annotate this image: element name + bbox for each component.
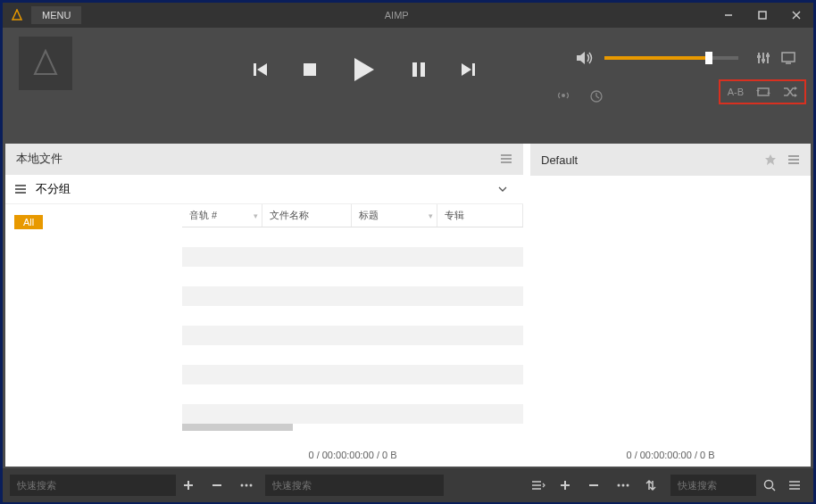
svg-point-33 bbox=[241, 484, 244, 487]
stop-button[interactable] bbox=[303, 62, 317, 77]
column-title[interactable]: 标题▾ bbox=[352, 204, 437, 227]
playlist-add-button[interactable] bbox=[560, 480, 578, 491]
group-dropdown[interactable]: 不分组 bbox=[36, 181, 514, 197]
display-icon[interactable] bbox=[781, 52, 795, 64]
search-button[interactable] bbox=[763, 479, 781, 492]
repeat-button[interactable] bbox=[756, 87, 770, 97]
svg-rect-5 bbox=[304, 63, 316, 76]
star-icon[interactable] bbox=[764, 153, 777, 166]
add-button[interactable] bbox=[183, 480, 201, 491]
svg-rect-4 bbox=[254, 63, 256, 76]
svg-line-46 bbox=[772, 488, 775, 491]
volume-icon[interactable] bbox=[576, 50, 594, 66]
filter-sidebar: All bbox=[5, 204, 182, 467]
table-row bbox=[182, 247, 523, 267]
previous-button[interactable] bbox=[253, 62, 269, 78]
menu-icon[interactable] bbox=[788, 480, 806, 491]
table-row bbox=[182, 286, 523, 306]
radio-icon[interactable] bbox=[556, 90, 570, 103]
sort-indicator-icon: ▾ bbox=[429, 211, 433, 220]
table-row bbox=[182, 345, 523, 365]
svg-point-44 bbox=[627, 484, 629, 487]
local-files-panel: 本地文件 不分组 All bbox=[5, 144, 523, 467]
remove-button[interactable] bbox=[212, 480, 229, 491]
app-logo-icon bbox=[8, 6, 26, 24]
more-button[interactable] bbox=[240, 483, 258, 487]
playlist-panel: Default 0 / 00:00:00:00 / 0 B bbox=[530, 144, 811, 467]
playlist-menu-icon[interactable] bbox=[787, 154, 800, 165]
chevron-down-icon bbox=[498, 186, 507, 192]
svg-point-42 bbox=[618, 484, 620, 487]
menu-button[interactable]: MENU bbox=[31, 6, 81, 24]
group-menu-icon[interactable] bbox=[14, 184, 27, 194]
svg-rect-7 bbox=[420, 62, 425, 77]
clock-icon[interactable] bbox=[590, 90, 603, 103]
shuffle-button[interactable] bbox=[783, 86, 797, 98]
list-options-button[interactable] bbox=[531, 480, 549, 491]
playlist-more-button[interactable] bbox=[617, 483, 635, 487]
svg-rect-1 bbox=[759, 12, 766, 19]
playback-modes-highlight: A-B bbox=[719, 79, 806, 104]
column-album[interactable]: 专辑 bbox=[437, 204, 523, 227]
table-row bbox=[182, 326, 523, 345]
svg-point-34 bbox=[246, 484, 248, 487]
table-row bbox=[182, 365, 523, 384]
table-row bbox=[182, 404, 523, 424]
svg-point-43 bbox=[622, 484, 625, 487]
local-files-label: 本地文件 bbox=[16, 151, 62, 167]
svg-point-35 bbox=[250, 484, 253, 487]
close-button[interactable] bbox=[779, 3, 813, 28]
titlebar: MENU AIMP bbox=[3, 3, 813, 28]
equalizer-icon[interactable] bbox=[756, 51, 770, 65]
svg-rect-6 bbox=[412, 62, 417, 77]
sort-indicator-icon: ▾ bbox=[254, 211, 258, 220]
all-filter-chip[interactable]: All bbox=[14, 215, 43, 229]
right-status: 0 / 00:00:00:00 / 0 B bbox=[530, 443, 811, 467]
svg-point-45 bbox=[765, 481, 773, 489]
svg-rect-12 bbox=[757, 55, 761, 58]
middle-search-input[interactable] bbox=[265, 475, 444, 496]
left-status: 0 / 00:00:00:00 / 0 B bbox=[182, 443, 523, 467]
maximize-button[interactable] bbox=[745, 3, 779, 28]
playlist-tab[interactable]: Default bbox=[530, 144, 811, 176]
column-track[interactable]: 音轨 #▾ bbox=[182, 204, 262, 227]
right-search-input[interactable] bbox=[670, 475, 756, 496]
sort-button[interactable] bbox=[645, 479, 663, 492]
table-body bbox=[182, 227, 523, 443]
table-row bbox=[182, 306, 523, 326]
svg-rect-14 bbox=[766, 54, 770, 57]
table-row bbox=[182, 227, 523, 247]
svg-rect-8 bbox=[472, 63, 475, 76]
local-files-tab[interactable]: 本地文件 bbox=[5, 144, 523, 175]
album-art bbox=[19, 37, 72, 90]
playlist-remove-button[interactable] bbox=[588, 480, 606, 491]
column-filename[interactable]: 文件名称 bbox=[262, 204, 352, 227]
svg-line-20 bbox=[596, 96, 599, 98]
svg-point-17 bbox=[562, 94, 565, 97]
svg-rect-13 bbox=[762, 59, 765, 62]
volume-slider[interactable] bbox=[604, 56, 738, 60]
tracks-table: 音轨 #▾ 文件名称 标题▾ 专辑 bbox=[182, 204, 523, 467]
table-row bbox=[182, 384, 523, 404]
player-area: A-B bbox=[3, 28, 813, 135]
pause-button[interactable] bbox=[412, 62, 426, 78]
table-row bbox=[182, 267, 523, 286]
horizontal-scrollbar[interactable] bbox=[182, 424, 293, 431]
ab-repeat-button[interactable]: A-B bbox=[728, 87, 744, 97]
left-search-input[interactable] bbox=[10, 475, 176, 496]
app-title: AIMP bbox=[81, 10, 712, 21]
svg-rect-15 bbox=[782, 53, 795, 62]
play-button[interactable] bbox=[351, 56, 378, 83]
bottom-bar bbox=[3, 468, 813, 502]
minimize-button[interactable] bbox=[712, 3, 745, 28]
next-button[interactable] bbox=[460, 62, 476, 78]
panel-menu-icon[interactable] bbox=[500, 153, 512, 164]
group-label: 不分组 bbox=[36, 181, 71, 197]
playlist-title: Default bbox=[541, 153, 578, 167]
